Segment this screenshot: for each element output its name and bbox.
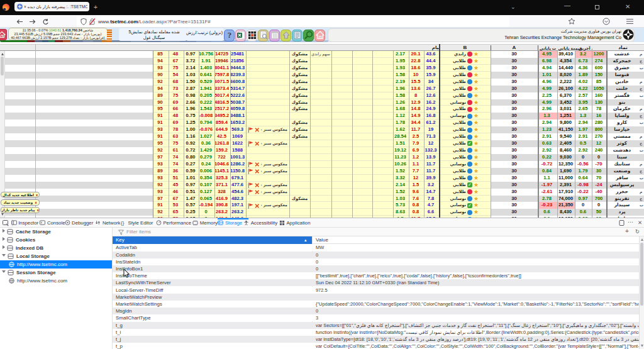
svg-text:{}: {} (121, 220, 125, 226)
